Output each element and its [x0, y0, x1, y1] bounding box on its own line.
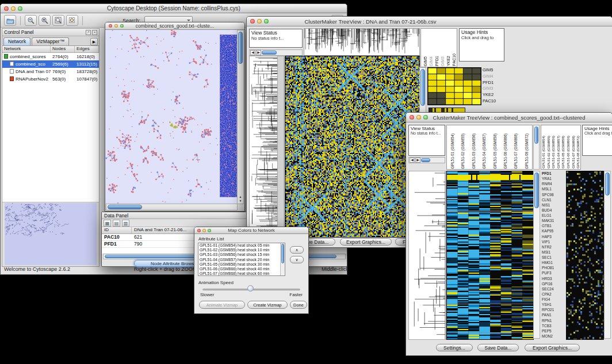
scrollbar-thumb[interactable] [262, 51, 277, 55]
gene-label[interactable]: GPI16 [542, 281, 565, 286]
column-header-id[interactable]: ID [102, 227, 132, 233]
move-down-button[interactable]: ∨ [290, 256, 304, 263]
scrollbar-thumb[interactable] [238, 32, 243, 64]
close-button[interactable] [250, 19, 255, 24]
network-overview-thumbnail[interactable] [5, 203, 97, 265]
dendrogram-scroll-strip[interactable] [277, 56, 284, 236]
zoom-fit-button[interactable] [52, 15, 64, 26]
column-header-nodes[interactable]: Nodes [51, 46, 75, 52]
gene-label[interactable]: MON2 [542, 334, 565, 339]
network-horizontal-scrollbar[interactable] [106, 204, 238, 210]
network-list-row[interactable]: combined_sco2569(6)13112(15) [2, 60, 99, 68]
scroll-down-arrow[interactable]: ▼ [238, 199, 243, 203]
scrollbar-thumb[interactable] [420, 69, 425, 106]
attribute-list-item[interactable]: GPL51-01 (GSM854) heat shock 05 min [198, 243, 285, 248]
attribute-list-item[interactable]: GPL51-02 (GSM855) heat shock 10 min [198, 248, 285, 252]
settings-button[interactable]: Settings... [436, 344, 473, 351]
gene-label[interactable]: YRA1 [542, 176, 565, 181]
gene-label[interactable]: NIS1 [542, 202, 565, 208]
heatmap-zoom-canvas[interactable] [566, 171, 604, 340]
column-header-network[interactable]: Network [2, 46, 51, 52]
select-attributes-icon[interactable]: ▦ [104, 220, 111, 227]
zoom-out-button[interactable] [25, 15, 37, 26]
close-panel-icon[interactable]: × [92, 30, 97, 35]
tab-scroll-right-button[interactable]: ▶ [90, 38, 98, 45]
gene-label[interactable]: HAP3 [542, 234, 565, 239]
attribute-list-scrollbar[interactable] [280, 243, 285, 275]
gene-label[interactable]: FIG4 [542, 297, 565, 302]
scroll-right-arrow[interactable]: ▶ [415, 158, 420, 163]
scroll-right-arrow[interactable]: ▶ [256, 50, 261, 55]
gene-label[interactable]: SEC1 [542, 255, 565, 260]
zoom-button[interactable] [423, 115, 428, 120]
network-list-row[interactable]: combined_scores2764(0)16218(0) [2, 53, 99, 60]
attribute-list-item[interactable]: GPL51-03 (GSM856) heat shock 15 min [198, 252, 285, 257]
labels-scrollbar[interactable] [533, 125, 540, 170]
create-attribute-icon[interactable]: ▤ [113, 220, 120, 227]
zoom-button[interactable] [208, 229, 211, 232]
network-list-row[interactable]: DNA and Tran 07769(0)183728(0) [2, 68, 99, 75]
attribute-list-item[interactable]: GPL51-07 (GSM868) heat shock 60 min [198, 271, 285, 276]
zoom-in-button[interactable] [39, 15, 51, 26]
gene-label[interactable]: NTR2 [542, 244, 565, 250]
gene-label[interactable]: CLN1 [542, 197, 565, 202]
heatmap-vertical-scrollbar[interactable] [533, 171, 540, 339]
minimize-button[interactable] [257, 19, 262, 24]
gene-label[interactable]: PFD1 [542, 171, 565, 176]
heatmap-global-canvas[interactable] [285, 56, 420, 237]
close-button[interactable] [109, 24, 112, 28]
close-button[interactable] [4, 6, 9, 11]
network-list-row[interactable]: RNAPuberNov2563(0)107847(0) [2, 75, 99, 83]
gene-label[interactable]: SPC98 [542, 192, 565, 197]
treeview2-titlebar[interactable]: ClusterMaker TreeView : combined_scores_… [406, 113, 612, 122]
scrollbar-thumb[interactable] [108, 205, 142, 209]
gene-label[interactable]: YSH1 [542, 302, 565, 307]
zoom-button[interactable] [120, 24, 124, 28]
treeview-window-combined[interactable]: ClusterMaker TreeView : combined_scores_… [406, 112, 612, 356]
gene-label[interactable]: CPA2 [542, 292, 565, 297]
map-colors-dialog[interactable]: Map Colors to Network Attribute List GPL… [194, 227, 309, 314]
heatmap-global-canvas[interactable] [446, 171, 534, 340]
scrollbar-thumb[interactable] [281, 244, 284, 263]
open-session-button[interactable] [4, 15, 16, 26]
scrollbar-thumb[interactable] [421, 158, 430, 162]
network-view-canvas[interactable] [105, 30, 237, 204]
tab-vizmapper[interactable]: VizMapper™ [32, 37, 69, 45]
gene-label[interactable]: HMG1 [542, 260, 565, 265]
attribute-list-item[interactable]: GPL51-04 (GSM857) heat shock 20 min [198, 258, 285, 262]
animate-vizmap-button[interactable]: Animate Vizmap [199, 301, 245, 309]
save-data-button[interactable]: Save Data... [477, 344, 519, 351]
minimize-button[interactable] [416, 115, 421, 120]
attribute-list-item[interactable]: GPL51-05 (GSM858) heat shock 30 min [198, 262, 285, 267]
attribute-list-item[interactable]: GPL51-06 (GSM866) heat shock 40 min [198, 267, 285, 271]
gene-label[interactable]: PAN1 [542, 312, 565, 317]
minimize-button[interactable] [114, 24, 118, 28]
minimize-button[interactable] [11, 6, 16, 11]
minimize-button[interactable] [202, 229, 206, 232]
float-panel-icon[interactable]: ↗ [86, 30, 91, 35]
column-header-edges[interactable]: Edges [75, 46, 99, 52]
zoom-button[interactable] [264, 19, 269, 24]
scrollbar-thumb[interactable] [534, 127, 538, 144]
gene-label[interactable]: MAK31 [542, 218, 565, 223]
export-graphics-button[interactable]: Export Graphics... [525, 344, 580, 351]
delete-attribute-icon[interactable]: ▥ [122, 220, 129, 227]
gene-label[interactable]: MSL1 [542, 186, 565, 191]
gene-label[interactable]: MSI1 [542, 250, 565, 255]
dialog-titlebar[interactable]: Map Colors to Network [194, 227, 308, 234]
gene-label[interactable]: PUF3 [542, 270, 565, 275]
speed-slider-thumb[interactable] [247, 285, 254, 292]
scrollbar-thumb[interactable] [534, 173, 539, 208]
gene-label[interactable]: PHO81 [542, 265, 565, 270]
zoom-vertical-scrollbar[interactable] [604, 171, 611, 339]
move-up-button[interactable]: ∧ [290, 246, 304, 254]
gene-label[interactable]: RPN1 [542, 318, 565, 323]
main-titlebar[interactable]: Cytoscape Desktop (Session Name: collins… [1, 4, 347, 13]
scroll-left-arrow[interactable]: ◀ [250, 50, 255, 55]
network-window-titlebar[interactable]: combined_scores_good.txt--cluste... [105, 22, 244, 30]
scrollbar-thumb[interactable] [605, 173, 610, 196]
gene-label[interactable]: TCB3 [542, 323, 565, 328]
network-view-window[interactable]: combined_scores_good.txt--cluste... ▲ ▼ [105, 22, 245, 212]
export-graphics-button[interactable]: Export Graphics... [340, 238, 392, 246]
dendrogram-h-scrollbar[interactable]: ◀▶ [249, 49, 303, 56]
